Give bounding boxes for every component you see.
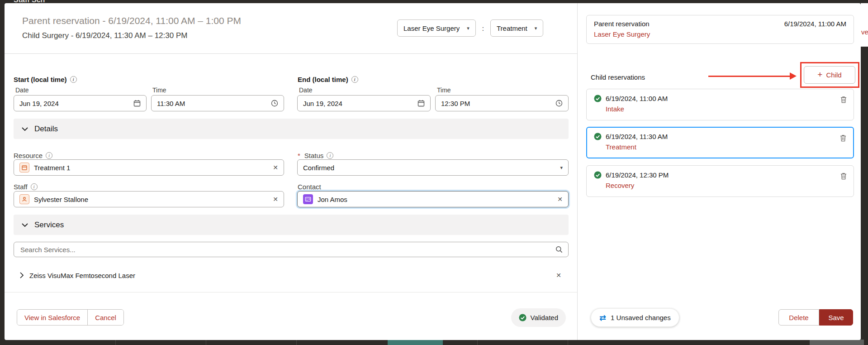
clear-contact-icon[interactable]: ✕ [557,196,563,203]
service-item-row[interactable]: Zeiss VisuMax Femtosecond Laser ✕ [14,267,569,283]
delete-child-icon[interactable] [840,172,847,180]
backdrop-right-sliver: ve [861,3,868,47]
save-button[interactable]: Save [819,309,853,326]
backdrop-table-gridline [115,340,116,345]
status-label: * Status i [298,152,333,159]
clear-staff-icon[interactable]: ✕ [273,196,278,203]
reservation-subtype-value: Treatment [497,24,527,32]
resource-field[interactable]: Treatment 1 ✕ [14,159,284,176]
status-label-text: Status [304,152,324,159]
info-icon[interactable]: i [31,183,38,190]
contact-field[interactable]: Jon Amos ✕ [297,191,569,207]
annotation-arrow-head [790,72,797,80]
contact-label-text: Contact [298,183,321,191]
backdrop-table-gridline [477,340,478,345]
end-time-sublabel: Time [437,86,451,94]
info-icon[interactable]: i [351,76,358,83]
cancel-button[interactable]: Cancel [87,310,123,325]
services-search-input[interactable] [19,245,551,254]
unsaved-changes-pill: ⇄ 1 Unsaved changes [591,308,679,327]
main-panel: Parent reservation - 6/19/2024, 11:00 AM… [5,3,578,340]
check-circle-icon [594,171,602,179]
staff-icon [19,194,29,204]
staff-label: Staff i [14,183,38,191]
parent-card-datetime: 6/19/2024, 11:00 AM [784,20,846,28]
end-date-input[interactable]: Jun 19, 2024 [297,95,431,111]
validated-badge: Validated [511,308,566,327]
child-reservation-card-selected[interactable]: 6/19/2024, 11:30 AM Treatment [586,127,854,158]
calendar-icon [417,100,425,107]
status-select[interactable]: Confirmed ▾ [297,159,569,176]
unsaved-changes-label: 1 Unsaved changes [611,314,671,321]
info-icon[interactable]: i [327,152,333,159]
parent-card-title: Parent reservation [594,20,650,28]
child-reservation-card[interactable]: 6/19/2024, 11:00 AM Intake [586,89,854,120]
calendar-icon [133,100,141,107]
end-date-value: Jun 19, 2024 [303,100,342,107]
validated-label: Validated [531,314,558,321]
child-card-datetime: 6/19/2024, 11:00 AM [606,95,668,102]
child-card-type: Intake [606,105,846,113]
clock-icon [555,100,563,107]
services-section-toggle[interactable]: Services [14,215,569,235]
reservation-dialog: Parent reservation - 6/19/2024, 11:00 AM… [5,3,861,340]
details-section-toggle[interactable]: Details [14,119,569,139]
backdrop-clipped-link: ve [861,28,868,36]
parent-card-type: Laser Eye Surgery [594,30,846,38]
backdrop-table-cell-light [810,340,864,345]
parent-reservation-card[interactable]: Parent reservation 6/19/2024, 11:00 AM L… [586,15,854,44]
backdrop-table-gridline [296,340,297,345]
chevron-down-icon [22,127,28,131]
staff-value: Sylvester Stallone [34,196,88,203]
resource-value: Treatment 1 [34,164,70,172]
view-in-salesforce-button[interactable]: View in Salesforce [17,310,87,325]
check-circle-icon [519,314,526,321]
end-date-label: Date [299,86,313,94]
check-circle-icon [594,95,602,102]
services-section-title: Services [34,220,64,230]
start-time-input[interactable]: 11:30 AM [151,95,284,111]
services-search [14,242,569,257]
start-date-input[interactable]: Jun 19, 2024 [14,95,147,111]
resource-label: Resource i [14,152,52,159]
staff-field[interactable]: Sylvester Stallone ✕ [14,191,284,207]
reservation-type-select[interactable]: Laser Eye Surgery ▾ [397,19,476,37]
dialog-header: Parent reservation - 6/19/2024, 11:00 AM… [5,3,577,54]
footer-right-buttons: Delete Save [778,309,853,326]
details-section-title: Details [34,125,58,134]
staff-label-text: Staff [14,183,28,191]
child-card-datetime: 6/19/2024, 11:30 AM [606,133,668,140]
resource-icon [19,163,29,172]
side-panel: Parent reservation 6/19/2024, 11:00 AM L… [578,3,861,340]
end-time-input[interactable]: 12:30 PM [435,95,569,111]
contact-icon [303,194,313,204]
add-child-button[interactable]: + Child [804,66,855,84]
search-icon[interactable] [555,246,563,253]
remove-service-icon[interactable]: ✕ [556,272,561,279]
reservation-type-value: Laser Eye Surgery [403,24,460,32]
backdrop-table-cell-teal [388,340,443,345]
clock-icon [271,100,278,107]
required-asterisk: * [298,152,300,159]
delete-child-icon[interactable] [840,134,846,142]
child-card-type: Treatment [606,143,846,151]
child-card-type: Recovery [606,182,846,189]
end-time-label: End (local time) i [298,76,358,83]
clear-resource-icon[interactable]: ✕ [273,164,278,171]
reservation-subtype-select[interactable]: Treatment ▾ [490,19,543,37]
end-time-label-text: End (local time) [298,76,348,83]
delete-button[interactable]: Delete [778,309,819,326]
status-value: Confirmed [303,164,334,172]
end-time-value: 12:30 PM [441,100,470,107]
delete-child-icon[interactable] [840,96,847,103]
info-icon[interactable]: i [46,152,52,159]
info-icon[interactable]: i [70,76,77,83]
annotation-arrow-line [708,76,791,77]
child-reservation-card[interactable]: 6/19/2024, 12:30 PM Recovery [586,165,854,197]
child-card-datetime: 6/19/2024, 12:30 PM [606,171,669,179]
backdrop-table-gridline [568,340,568,345]
chevron-down-icon: ▾ [560,165,563,171]
start-date-label: Date [15,86,29,94]
child-reservation-subtitle: Child Surgery - 6/19/2024, 11:30 AM – 12… [22,31,187,40]
chevron-down-icon: ▾ [467,25,470,31]
